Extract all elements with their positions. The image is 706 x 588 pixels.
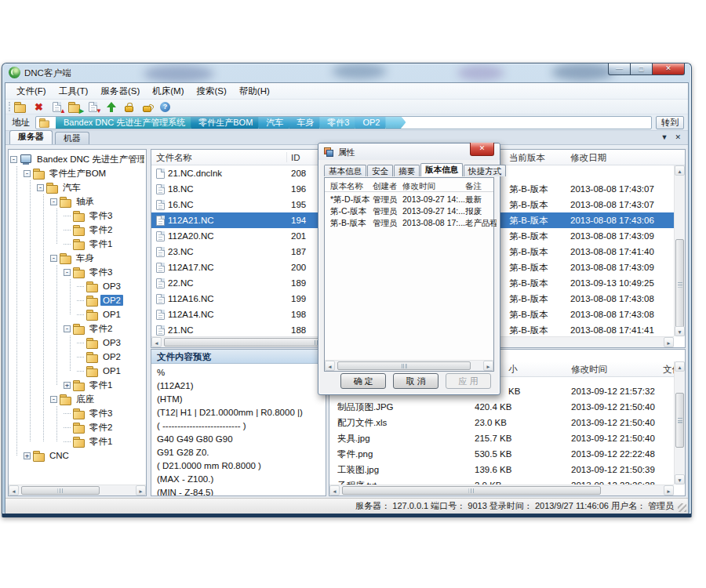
tree-expander-icon[interactable]: - <box>64 325 71 332</box>
menu-item[interactable]: 服务器(S) <box>94 84 146 99</box>
attachment-row[interactable]: 配刀文件.xls23.0 KB2013-09-12 21:50:40 <box>329 415 674 430</box>
menu-item[interactable]: 文件(F) <box>10 84 53 99</box>
lock-icon[interactable] <box>122 100 136 113</box>
dialog-tab[interactable]: 摘要 <box>394 165 420 176</box>
scroll-down-icon[interactable] <box>675 474 685 485</box>
upload-file-icon[interactable]: ▲ <box>49 100 64 113</box>
scroll-down-icon[interactable] <box>675 326 685 336</box>
scroll-up-icon[interactable] <box>675 165 685 176</box>
close-view-icon[interactable]: ✕ <box>675 133 681 141</box>
tree-row[interactable]: OP2 <box>77 293 144 307</box>
tree-row[interactable]: OP3 <box>77 279 144 293</box>
tree-horizontal-scrollbar[interactable] <box>9 485 146 495</box>
tree-row[interactable]: OP1 <box>77 364 144 378</box>
minimize-button[interactable] <box>608 64 631 75</box>
chevron-down-icon[interactable]: ▼ <box>661 133 668 141</box>
scroll-left-icon[interactable] <box>151 337 162 347</box>
scrollbar-thumb[interactable] <box>675 239 684 329</box>
attachment-horizontal-scrollbar[interactable] <box>329 485 674 495</box>
column-header-filename[interactable]: 文件名称 <box>156 150 288 165</box>
tree-expander-icon[interactable]: - <box>24 170 31 177</box>
attachment-row[interactable]: 零件.png530.5 KB2013-09-12 22:22:48 <box>329 446 674 462</box>
menu-item[interactable]: 帮助(H) <box>233 84 276 99</box>
scrollbar-thumb[interactable] <box>675 393 684 448</box>
scroll-right-icon[interactable] <box>664 485 674 495</box>
scrollbar-thumb[interactable] <box>342 486 601 495</box>
tree-row[interactable]: -零件生产BOM <box>24 166 144 180</box>
tree-row[interactable]: OP2 <box>77 350 144 364</box>
tree-expander-icon[interactable]: - <box>37 184 44 191</box>
scroll-left-icon[interactable] <box>329 485 340 495</box>
menu-item[interactable]: 搜索(S) <box>190 84 232 99</box>
resize-grip[interactable] <box>678 503 686 512</box>
tree-row[interactable]: 零件3 <box>64 209 144 223</box>
scroll-right-icon[interactable] <box>664 337 674 347</box>
scrollbar-thumb[interactable] <box>337 361 471 370</box>
tree-row[interactable]: -零件2 <box>64 321 144 336</box>
go-button[interactable]: 转到 <box>656 116 684 129</box>
column-header-date[interactable]: 修改日期 <box>570 150 674 165</box>
column-header-modified[interactable]: 修改时间 <box>571 361 661 377</box>
help-icon[interactable]: ? <box>158 100 173 113</box>
dialog-title-bar[interactable]: 属性 <box>318 143 500 160</box>
tree-expander-icon[interactable]: - <box>64 269 71 276</box>
breadcrumb-segment[interactable]: 零件生产BOM <box>191 116 263 129</box>
breadcrumb-segment[interactable]: 车身 <box>289 116 324 129</box>
view-tab[interactable]: 服务器 <box>9 130 53 144</box>
tree-row[interactable]: -车身 <box>50 251 144 265</box>
tree-expander-icon[interactable]: + <box>64 382 71 389</box>
new-folder-icon[interactable] <box>13 100 28 113</box>
dialog-horizontal-scrollbar[interactable] <box>325 360 493 371</box>
scroll-right-icon[interactable] <box>136 485 146 495</box>
column-header-version[interactable]: 当前版本 <box>509 150 570 165</box>
attachment-row[interactable]: 子程序.txt2.0 KB2013-09-12 22:26:28 <box>329 477 674 485</box>
tree-row[interactable]: -Bandex DNC 先进生产管理系统 <box>10 152 144 166</box>
tree-row[interactable]: 零件2 <box>64 223 144 237</box>
breadcrumb-segment[interactable]: 汽车 <box>258 116 293 129</box>
dialog-close-button[interactable] <box>470 143 494 156</box>
tree-row[interactable]: OP3 <box>77 336 144 350</box>
tree-row[interactable]: 零件3 <box>64 406 144 420</box>
cancel-button[interactable]: 取 消 <box>393 373 439 389</box>
file-list-vertical-scrollbar[interactable] <box>674 165 685 336</box>
scrollbar-thumb[interactable] <box>21 486 100 495</box>
tree-row[interactable]: -零件3 <box>64 265 144 279</box>
close-button[interactable] <box>652 64 685 75</box>
title-bar[interactable]: DNC客户端 <box>2 64 691 82</box>
tree-row[interactable]: -底座 <box>50 392 144 406</box>
tree-row[interactable]: 零件2 <box>64 420 144 434</box>
version-row[interactable]: 第-B-版本管理员2013-08-08 17:...老产品程序 <box>325 217 493 229</box>
upload-arrow-icon[interactable] <box>104 100 118 113</box>
dialog-tab[interactable]: 基本信息 <box>324 165 366 176</box>
breadcrumb-segment[interactable]: OP2 <box>355 116 390 129</box>
tree-row[interactable]: +零件1 <box>64 378 144 392</box>
scroll-left-icon[interactable] <box>325 361 335 371</box>
tree-row[interactable]: -轴承 <box>50 194 144 209</box>
tree-expander-icon[interactable]: + <box>24 452 31 459</box>
tree-row[interactable]: 零件1 <box>64 237 144 251</box>
attachment-vertical-scrollbar[interactable] <box>674 361 685 485</box>
tree-expander-icon[interactable]: - <box>50 255 57 262</box>
version-row[interactable]: *第-D-版本管理员2013-09-27 14:...最新 <box>325 194 493 205</box>
menu-item[interactable]: 机床(M) <box>146 84 190 99</box>
attachment-row[interactable]: 夹具.jpg215.7 KB2013-09-12 21:50:40 <box>329 430 674 446</box>
attachment-row[interactable]: 工装图.jpg139.6 KB2013-09-12 21:50:39 <box>329 462 674 477</box>
tree-row[interactable]: OP1 <box>77 307 144 321</box>
scroll-left-icon[interactable] <box>9 485 19 495</box>
menu-item[interactable]: 工具(T) <box>53 84 95 99</box>
tree-expander-icon[interactable]: - <box>50 198 57 205</box>
view-tab[interactable]: 机器 <box>55 132 89 144</box>
tree-row[interactable]: -汽车 <box>37 180 144 194</box>
tree-expander-icon[interactable]: - <box>50 396 57 403</box>
scroll-up-icon[interactable] <box>675 361 685 372</box>
dialog-tab[interactable]: 安全 <box>367 165 393 176</box>
version-row[interactable]: 第-C-版本管理员2013-09-27 14:...报废 <box>325 205 493 217</box>
send-folder-icon[interactable]: ▶ <box>67 100 82 113</box>
dialog-tab[interactable]: 版本信息 <box>420 163 463 176</box>
attachment-row[interactable]: 制品顶图.JPG420.4 KB2013-09-12 21:50:40 <box>329 399 674 415</box>
maximize-button[interactable] <box>631 64 652 75</box>
tree-row[interactable]: +CNC <box>24 448 144 463</box>
tree-row[interactable]: 零件1 <box>64 434 144 448</box>
unlock-icon[interactable] <box>140 100 155 113</box>
apply-button[interactable]: 应 用 <box>446 373 491 389</box>
